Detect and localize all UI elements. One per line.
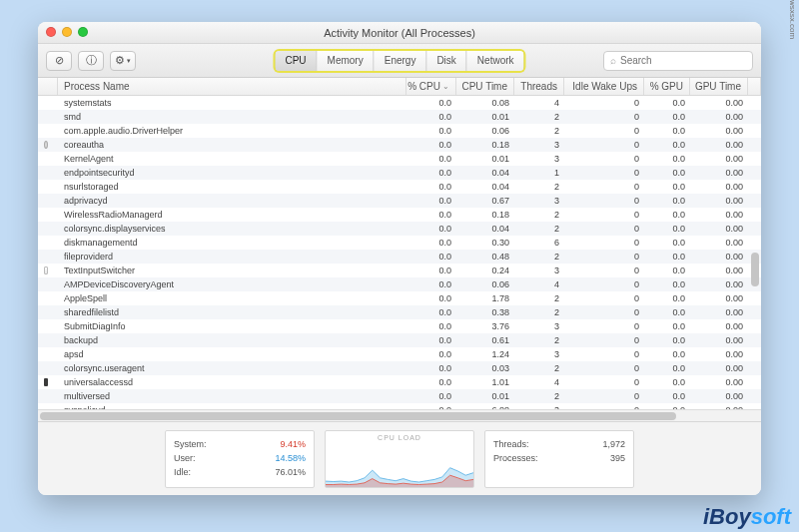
- tab-disk[interactable]: Disk: [426, 51, 466, 71]
- table-row[interactable]: adprivacyd0.00.67300.00.00: [38, 194, 761, 208]
- vertical-scroll-thumb[interactable]: [751, 253, 759, 286]
- table-row[interactable]: endpointsecurityd0.00.04100.00.00: [38, 166, 761, 180]
- table-row[interactable]: smd0.00.01200.00.00: [38, 110, 761, 124]
- table-row[interactable]: systemstats0.00.08400.00.00: [38, 96, 761, 110]
- cpu-time: 1.78: [457, 291, 515, 305]
- horizontal-scroll-thumb[interactable]: [40, 412, 676, 420]
- processes-label: Processes:: [493, 451, 538, 465]
- threads: 3: [515, 152, 565, 166]
- cpu-load-chart-panel: CPU LOAD: [325, 430, 474, 488]
- gpu-percent: 0.0: [645, 319, 691, 333]
- toolbar: ⊘ ⓘ ⚙▾ CPUMemoryEnergyDiskNetwork ⌕: [38, 44, 761, 78]
- process-name: systemstats: [58, 96, 407, 110]
- gpu-time: 0.00: [691, 250, 749, 264]
- process-name: backupd: [58, 333, 407, 347]
- cpu-percent: 0.0: [407, 361, 457, 375]
- gpu-time: 0.00: [691, 333, 749, 347]
- col-cpu-time[interactable]: CPU Time: [456, 78, 514, 95]
- watermark-right: wsxsx.com: [793, 0, 797, 532]
- table-row[interactable]: colorsync.useragent0.00.03200.00.00: [38, 361, 761, 375]
- gpu-percent: 0.0: [645, 166, 691, 180]
- process-name: SubmitDiagInfo: [58, 319, 407, 333]
- table-row[interactable]: AMPDeviceDiscoveryAgent0.00.06400.00.00: [38, 277, 761, 291]
- close-button[interactable]: [46, 27, 56, 37]
- tab-memory[interactable]: Memory: [318, 51, 375, 71]
- table-row[interactable]: nsurlstoraged0.00.04200.00.00: [38, 180, 761, 194]
- cpu-percent: 0.0: [407, 236, 457, 250]
- threads: 3: [515, 264, 565, 277]
- gpu-time: 0.00: [691, 152, 749, 166]
- idle-wakeups: 0: [565, 319, 645, 333]
- vertical-scrollbar[interactable]: [750, 98, 760, 407]
- table-row[interactable]: sharedfilelistd0.00.38200.00.00: [38, 305, 761, 319]
- system-label: System:: [174, 437, 207, 451]
- gpu-percent: 0.0: [645, 361, 691, 375]
- table-row[interactable]: WirelessRadioManagerd0.00.18200.00.00: [38, 208, 761, 222]
- cpu-percent: 0.0: [407, 291, 457, 305]
- table-row[interactable]: fileproviderd0.00.48200.00.00: [38, 250, 761, 264]
- col-gpu-time[interactable]: GPU Time: [690, 78, 748, 95]
- titlebar[interactable]: Activity Monitor (All Processes): [38, 22, 761, 44]
- process-icon: [44, 197, 48, 205]
- threads: 6: [515, 236, 565, 250]
- idle-wakeups: 0: [565, 222, 645, 236]
- cpu-usage-panel: System:9.41% User:14.58% Idle:76.01%: [165, 430, 315, 488]
- search-input[interactable]: [620, 55, 746, 66]
- gpu-percent: 0.0: [645, 277, 691, 291]
- system-value: 9.41%: [280, 437, 306, 451]
- process-name: colorsync.useragent: [58, 361, 407, 375]
- options-menu-button[interactable]: ⚙▾: [110, 51, 136, 71]
- col-cpu-percent[interactable]: % CPU⌄: [406, 78, 456, 95]
- process-name: KernelAgent: [58, 152, 407, 166]
- process-icon: [44, 155, 48, 163]
- threads: 2: [515, 361, 565, 375]
- tab-energy[interactable]: Energy: [375, 51, 427, 71]
- col-process-name[interactable]: Process Name: [58, 78, 406, 95]
- col-threads[interactable]: Threads: [514, 78, 564, 95]
- col-gpu-percent[interactable]: % GPU: [644, 78, 690, 95]
- table-row[interactable]: coreautha0.00.18300.00.00: [38, 138, 761, 152]
- process-icon: [44, 127, 48, 135]
- table-row[interactable]: diskmanagementd0.00.30600.00.00: [38, 236, 761, 250]
- col-icon[interactable]: [38, 78, 58, 95]
- process-name: apsd: [58, 347, 407, 361]
- process-icon: [44, 308, 48, 316]
- minimize-button[interactable]: [62, 27, 72, 37]
- threads: 3: [515, 319, 565, 333]
- gpu-percent: 0.0: [645, 152, 691, 166]
- inspect-process-button[interactable]: ⓘ: [78, 51, 104, 71]
- table-row[interactable]: com.apple.audio.DriverHelper0.00.06200.0…: [38, 124, 761, 138]
- cpu-percent: 0.0: [407, 347, 457, 361]
- process-table-body[interactable]: systemstats0.00.08400.00.00smd0.00.01200…: [38, 96, 761, 409]
- stop-process-button[interactable]: ⊘: [46, 51, 72, 71]
- threads: 4: [515, 375, 565, 389]
- tab-network[interactable]: Network: [467, 51, 524, 71]
- gpu-time: 0.00: [691, 180, 749, 194]
- table-row[interactable]: backupd0.00.61200.00.00: [38, 333, 761, 347]
- horizontal-scrollbar[interactable]: [38, 409, 761, 421]
- table-row[interactable]: universalaccessd0.01.01400.00.00: [38, 375, 761, 389]
- search-field[interactable]: ⌕: [603, 51, 753, 71]
- table-row[interactable]: AppleSpell0.01.78200.00.00: [38, 291, 761, 305]
- cpu-percent: 0.0: [407, 222, 457, 236]
- sort-caret-icon: ⌄: [442, 82, 449, 91]
- gpu-time: 0.00: [691, 389, 749, 403]
- process-name: AppleSpell: [58, 291, 407, 305]
- table-row[interactable]: multiversed0.00.01200.00.00: [38, 389, 761, 403]
- cpu-time: 0.01: [457, 389, 515, 403]
- gpu-time: 0.00: [691, 361, 749, 375]
- idle-wakeups: 0: [565, 291, 645, 305]
- search-icon: ⌕: [610, 55, 616, 66]
- tab-cpu[interactable]: CPU: [275, 51, 317, 71]
- table-row[interactable]: TextInputSwitcher0.00.24300.00.00: [38, 264, 761, 277]
- table-row[interactable]: KernelAgent0.00.01300.00.00: [38, 152, 761, 166]
- threads: 2: [515, 124, 565, 138]
- table-row[interactable]: SubmitDiagInfo0.03.76300.00.00: [38, 319, 761, 333]
- threads: 2: [515, 333, 565, 347]
- maximize-button[interactable]: [78, 27, 88, 37]
- table-row[interactable]: apsd0.01.24300.00.00: [38, 347, 761, 361]
- gpu-time: 0.00: [691, 222, 749, 236]
- col-idle-wakeups[interactable]: Idle Wake Ups: [564, 78, 644, 95]
- process-name: com.apple.audio.DriverHelper: [58, 124, 407, 138]
- table-row[interactable]: colorsync.displayservices0.00.04200.00.0…: [38, 222, 761, 236]
